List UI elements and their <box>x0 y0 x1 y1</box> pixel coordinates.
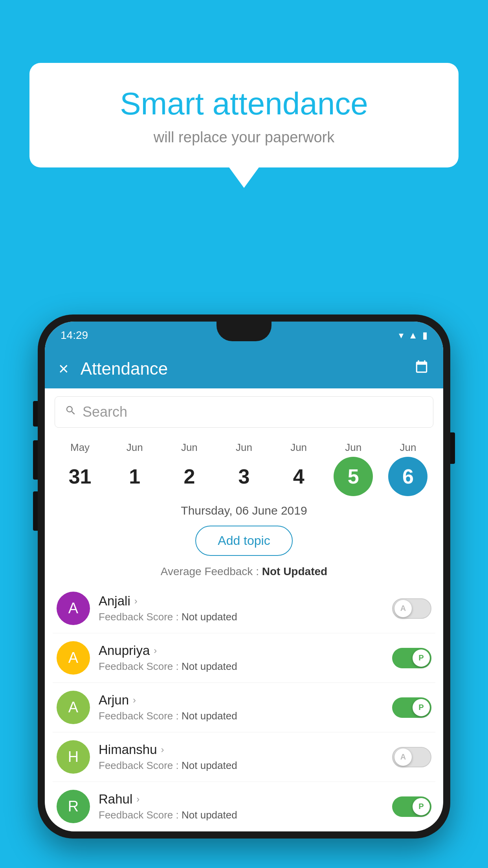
calendar-day[interactable]: May31 <box>57 441 104 496</box>
student-item[interactable]: AAnjali ›Feedback Score : Not updatedA <box>53 584 435 633</box>
chevron-icon: › <box>136 794 139 805</box>
avg-feedback: Average Feedback : Not Updated <box>45 565 443 584</box>
calendar-day[interactable]: Jun2 <box>166 441 213 496</box>
student-name: Himanshu › <box>99 742 383 757</box>
status-bar: 14:29 ▾ ▲ ▮ <box>45 322 443 349</box>
cal-date[interactable]: 3 <box>224 457 264 496</box>
calendar-day[interactable]: Jun3 <box>220 441 268 496</box>
calendar-day[interactable]: Jun6 <box>384 441 431 496</box>
chevron-icon: › <box>133 695 136 706</box>
student-info: Arjun ›Feedback Score : Not updated <box>99 693 383 722</box>
phone-notch <box>216 322 272 341</box>
feedback-score: Feedback Score : Not updated <box>99 710 383 722</box>
student-name: Rahul › <box>99 792 383 807</box>
battery-icon: ▮ <box>422 330 427 341</box>
phone-outer: 14:29 ▾ ▲ ▮ × Attendance <box>38 314 450 839</box>
avg-feedback-value: Not Updated <box>262 565 327 577</box>
cal-date[interactable]: 6 <box>388 457 427 496</box>
cal-date[interactable]: 5 <box>334 457 373 496</box>
status-time: 14:29 <box>61 329 88 342</box>
search-placeholder: Search <box>83 404 127 420</box>
toggle-knob: P <box>413 699 430 716</box>
student-item[interactable]: AAnupriya ›Feedback Score : Not updatedP <box>53 633 435 683</box>
avg-feedback-prefix: Average Feedback : <box>161 565 262 577</box>
toggle-knob: A <box>394 600 412 617</box>
calendar-icon[interactable] <box>414 360 429 378</box>
calendar-row: May31Jun1Jun2Jun3Jun4Jun5Jun6 <box>45 434 443 498</box>
avatar: A <box>57 691 90 724</box>
add-topic-button[interactable]: Add topic <box>195 526 292 556</box>
cal-date[interactable]: 1 <box>115 457 154 496</box>
student-name: Anupriya › <box>99 643 383 658</box>
search-bar[interactable]: Search <box>55 396 433 428</box>
student-info: Himanshu ›Feedback Score : Not updated <box>99 742 383 772</box>
side-button-left-vol-up <box>33 440 38 480</box>
student-name: Arjun › <box>99 693 383 708</box>
feedback-score: Feedback Score : Not updated <box>99 809 383 821</box>
search-icon <box>65 405 77 419</box>
feedback-score: Feedback Score : Not updated <box>99 660 383 673</box>
cal-month: Jun <box>181 441 198 454</box>
student-item[interactable]: HHimanshu ›Feedback Score : Not updatedA <box>53 732 435 782</box>
side-button-left-vol-down <box>33 491 38 531</box>
cal-date[interactable]: 31 <box>61 457 100 496</box>
calendar-day[interactable]: Jun5 <box>330 441 377 496</box>
cal-month: Jun <box>400 441 416 454</box>
phone-wrapper: 14:29 ▾ ▲ ▮ × Attendance <box>38 314 450 839</box>
close-button[interactable]: × <box>59 360 69 377</box>
speech-bubble: Smart attendance will replace your paper… <box>29 63 459 167</box>
status-icons: ▾ ▲ ▮ <box>399 330 427 341</box>
calendar-day[interactable]: Jun4 <box>275 441 322 496</box>
bubble-title: Smart attendance <box>49 86 439 121</box>
student-item[interactable]: AArjun ›Feedback Score : Not updatedP <box>53 683 435 732</box>
student-info: Rahul ›Feedback Score : Not updated <box>99 792 383 821</box>
chevron-icon: › <box>134 596 138 607</box>
toggle-knob: A <box>394 748 412 766</box>
student-list: AAnjali ›Feedback Score : Not updatedAAA… <box>45 584 443 831</box>
phone-inner: 14:29 ▾ ▲ ▮ × Attendance <box>45 322 443 831</box>
attendance-toggle[interactable]: A <box>392 747 431 767</box>
bubble-subtitle: will replace your paperwork <box>49 129 439 146</box>
app-bar: × Attendance <box>45 349 443 388</box>
student-name: Anjali › <box>99 594 383 609</box>
attendance-toggle[interactable]: P <box>392 796 431 817</box>
toggle-knob: P <box>413 798 430 815</box>
app-bar-title: Attendance <box>81 359 402 379</box>
chevron-icon: › <box>154 645 157 656</box>
cal-date[interactable]: 4 <box>279 457 318 496</box>
cal-month: Jun <box>236 441 252 454</box>
feedback-score: Feedback Score : Not updated <box>99 760 383 772</box>
phone-screen: 14:29 ▾ ▲ ▮ × Attendance <box>45 322 443 831</box>
avatar: H <box>57 740 90 774</box>
feedback-score: Feedback Score : Not updated <box>99 611 383 623</box>
wifi-icon: ▾ <box>399 330 404 341</box>
cal-month: May <box>70 441 90 454</box>
cal-month: Jun <box>345 441 361 454</box>
attendance-toggle[interactable]: P <box>392 697 431 718</box>
selected-date-label: Thursday, 06 June 2019 <box>45 498 443 520</box>
attendance-toggle[interactable]: P <box>392 648 431 668</box>
student-item[interactable]: RRahul ›Feedback Score : Not updatedP <box>53 782 435 831</box>
side-button-left-power <box>33 401 38 427</box>
signal-icon: ▲ <box>408 330 418 341</box>
student-info: Anjali ›Feedback Score : Not updated <box>99 594 383 623</box>
avatar: A <box>57 641 90 675</box>
cal-date[interactable]: 2 <box>170 457 209 496</box>
chevron-icon: › <box>161 744 164 755</box>
cal-month: Jun <box>290 441 307 454</box>
student-info: Anupriya ›Feedback Score : Not updated <box>99 643 383 673</box>
cal-month: Jun <box>127 441 143 454</box>
avatar: A <box>57 592 90 625</box>
calendar-day[interactable]: Jun1 <box>111 441 158 496</box>
attendance-toggle[interactable]: A <box>392 598 431 619</box>
toggle-knob: P <box>413 649 430 667</box>
side-button-right <box>450 432 455 464</box>
avatar: R <box>57 790 90 823</box>
